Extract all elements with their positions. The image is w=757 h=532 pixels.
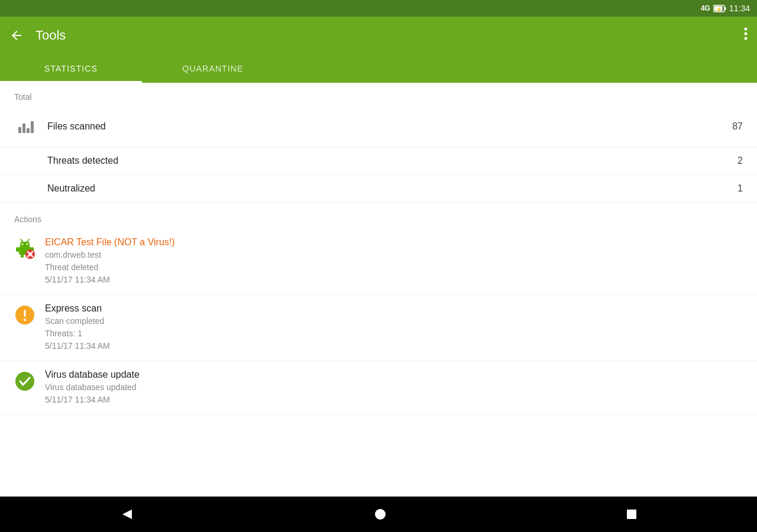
success-icon	[14, 371, 35, 392]
content-area: Total Files scanned 87 Threats detected …	[0, 83, 757, 497]
warning-icon	[14, 304, 35, 326]
actions-section-header: Actions	[0, 203, 757, 229]
express-scan-text: Express scan Scan completed Threats: 1 5…	[45, 303, 743, 352]
svg-rect-15	[21, 254, 24, 258]
home-nav-button[interactable]	[374, 508, 386, 520]
neutralized-row: Neutralized 1	[0, 175, 757, 203]
express-scan-timestamp: 5/11/17 11:34 AM	[45, 340, 743, 352]
files-scanned-label: Files scanned	[47, 121, 732, 132]
virus-db-timestamp: 5/11/17 11:34 AM	[45, 394, 743, 406]
virus-db-text: Virus database update Virus databases up…	[45, 369, 743, 406]
eicar-status: Threat deleted	[45, 261, 743, 274]
eicar-package: com.drweb.test	[45, 249, 743, 261]
bar-chart-icon	[14, 115, 38, 138]
app-bar: Tools	[0, 17, 757, 54]
svg-point-4	[745, 28, 748, 31]
time-display: 11:34	[729, 4, 750, 13]
battery-icon: ⚡	[713, 5, 726, 12]
svg-rect-21	[24, 310, 26, 317]
svg-point-22	[24, 319, 26, 321]
svg-point-23	[15, 372, 34, 391]
signal-icon: 4G	[701, 4, 710, 12]
svg-point-6	[745, 37, 748, 40]
recent-nav-button[interactable]	[626, 509, 637, 520]
virus-db-title: Virus database update	[45, 369, 743, 380]
tab-quarantine-label: QUARANTINE	[183, 64, 244, 73]
threats-detected-row: Threats detected 2	[0, 147, 757, 175]
svg-rect-26	[627, 510, 636, 519]
svg-marker-24	[122, 510, 132, 519]
status-bar: 4G ⚡ 11:34	[0, 0, 757, 17]
svg-rect-13	[16, 247, 19, 252]
app-title: Tools	[35, 28, 744, 43]
nav-bar	[0, 497, 757, 532]
eicar-title: EICAR Test File (NOT a Virus!)	[45, 237, 743, 248]
virus-db-action-item: Virus database update Virus databases up…	[0, 361, 757, 415]
back-nav-button[interactable]	[120, 507, 134, 521]
eicar-timestamp: 5/11/17 11:34 AM	[45, 274, 743, 286]
svg-point-10	[27, 244, 28, 245]
svg-point-25	[375, 509, 386, 520]
express-scan-action-item: Express scan Scan completed Threats: 1 5…	[0, 295, 757, 361]
eicar-action-text: EICAR Test File (NOT a Virus!) com.drweb…	[45, 237, 743, 286]
neutralized-label: Neutralized	[47, 183, 737, 194]
threats-detected-value: 2	[737, 155, 743, 166]
tab-statistics[interactable]: STATISTICS	[0, 54, 142, 83]
svg-line-12	[27, 239, 29, 242]
express-scan-status: Scan completed	[45, 315, 743, 327]
express-scan-title: Express scan	[45, 303, 743, 314]
status-icons: 4G ⚡ 11:34	[701, 4, 750, 13]
tab-quarantine[interactable]: QUARANTINE	[142, 54, 284, 83]
overflow-menu-button[interactable]	[744, 27, 748, 44]
neutralized-value: 1	[737, 183, 743, 194]
files-scanned-value: 87	[732, 121, 743, 132]
virus-db-status: Virus databases updated	[45, 381, 743, 394]
back-button[interactable]	[9, 28, 24, 43]
threats-detected-label: Threats detected	[47, 155, 737, 166]
eicar-action-item: EICAR Test File (NOT a Virus!) com.drweb…	[0, 229, 757, 295]
svg-rect-2	[724, 7, 726, 10]
tabs: STATISTICS QUARANTINE	[0, 54, 757, 83]
tab-statistics-label: STATISTICS	[44, 64, 98, 73]
svg-point-9	[22, 244, 24, 245]
total-section-header: Total	[0, 83, 757, 106]
threat-icon	[14, 238, 35, 259]
files-scanned-row: Files scanned 87	[0, 106, 757, 147]
svg-rect-8	[20, 242, 30, 248]
express-scan-extra: Threats: 1	[45, 327, 743, 340]
svg-line-11	[21, 239, 22, 242]
svg-point-5	[745, 33, 748, 35]
svg-text:⚡: ⚡	[716, 6, 723, 12]
